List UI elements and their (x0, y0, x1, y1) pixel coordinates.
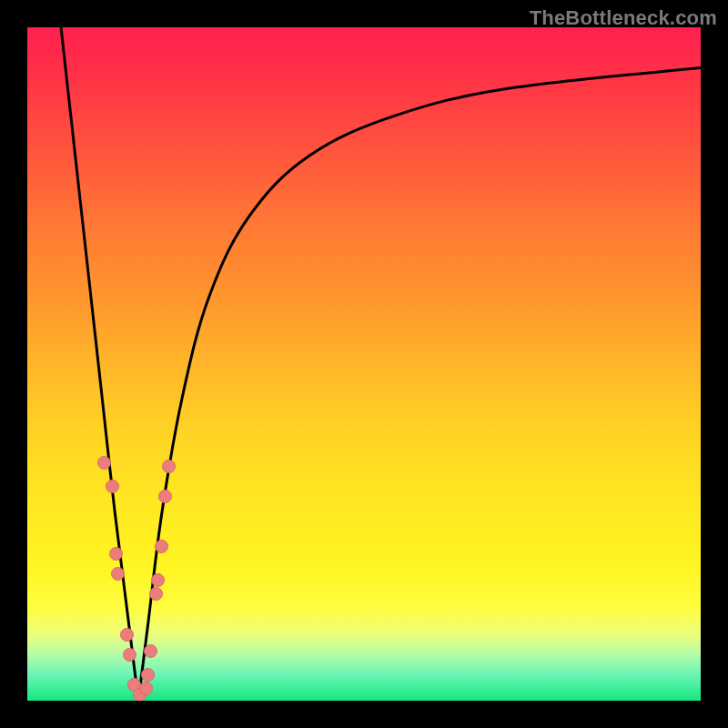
bottleneck-curve (27, 27, 701, 701)
curve-right (138, 67, 701, 701)
curve-left (61, 27, 138, 701)
plot-area (27, 27, 701, 701)
data-point (151, 573, 165, 587)
data-point (139, 682, 153, 695)
data-point (97, 456, 111, 470)
data-point (111, 567, 125, 581)
data-point (120, 628, 134, 642)
chart-frame: TheBottleneck.com (0, 0, 728, 728)
data-point (162, 460, 176, 473)
data-point (106, 480, 119, 493)
data-point (123, 648, 136, 662)
data-point (109, 547, 123, 561)
